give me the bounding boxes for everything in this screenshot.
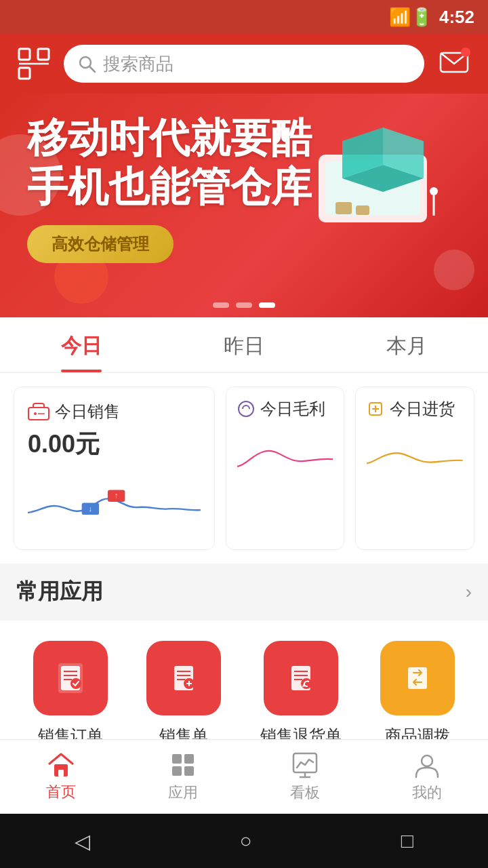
sales-value: 0.00元: [28, 428, 201, 461]
banner-text: 移动时代就要酷 手机也能管仓库 高效仓储管理: [27, 114, 312, 263]
app-item-transfer[interactable]: 商品调拨: [380, 641, 455, 747]
search-placeholder: 搜索商品: [103, 52, 174, 76]
scan-button[interactable]: [14, 43, 54, 84]
search-box[interactable]: 搜索商品: [64, 45, 424, 83]
svg-rect-12: [336, 202, 352, 214]
home-button[interactable]: ○: [239, 829, 251, 852]
transfer-icon: [380, 641, 455, 715]
svg-point-32: [70, 678, 81, 689]
system-nav: ◁ ○ □: [0, 814, 488, 868]
svg-point-55: [422, 755, 432, 766]
margin-label: 今日毛利: [237, 398, 333, 420]
clock: 4:52: [439, 7, 474, 28]
svg-rect-0: [19, 49, 30, 60]
svg-rect-47: [58, 770, 64, 776]
home-icon: [47, 752, 75, 778]
svg-point-15: [430, 187, 438, 195]
sales-label: 今日销售: [28, 401, 201, 422]
common-apps-header: 常用应用 ›: [0, 564, 488, 620]
sales-order-icon: [33, 641, 108, 715]
apps-icon: [169, 751, 197, 778]
svg-line-5: [89, 66, 95, 72]
dot-3: [259, 302, 275, 308]
banner: 移动时代就要酷 手机也能管仓库 高效仓储管理: [0, 94, 488, 317]
svg-rect-51: [184, 766, 194, 776]
period-tabs: 今日 昨日 本月: [0, 317, 488, 373]
svg-text:↑: ↑: [115, 491, 119, 499]
battery-icon: 🔋: [411, 7, 432, 28]
svg-rect-13: [356, 205, 369, 215]
svg-point-23: [239, 401, 253, 416]
banner-dots: [213, 302, 275, 308]
sales-chart: ↓ ↑: [28, 468, 201, 536]
purchase-label: 今日进货: [367, 398, 463, 420]
common-apps-arrow[interactable]: ›: [466, 581, 472, 603]
nav-apps[interactable]: 应用: [122, 740, 244, 814]
status-bar: 📶 🔋 4:52: [0, 0, 488, 34]
dot-1: [213, 302, 229, 308]
nav-board-label: 看板: [290, 783, 320, 803]
nav-apps-label: 应用: [168, 783, 198, 803]
top-bar: 搜索商品: [0, 34, 488, 94]
stat-card-purchase: 今日进货: [355, 387, 474, 550]
svg-point-44: [301, 678, 312, 689]
return-icon: [264, 641, 338, 715]
sales-icon: [146, 641, 221, 715]
app-item-return[interactable]: 销售退货单: [260, 641, 342, 747]
svg-rect-50: [172, 766, 182, 776]
banner-title-line2: 手机也能管仓库: [27, 163, 312, 212]
stats-section: 今日销售 0.00元 ↓ ↑ 今日毛利: [0, 373, 488, 564]
board-icon: [291, 751, 319, 778]
svg-rect-1: [38, 49, 49, 60]
nav-board[interactable]: 看板: [244, 740, 366, 814]
svg-point-17: [34, 412, 37, 415]
stat-card-margin: 今日毛利: [226, 387, 345, 550]
bottom-nav: 首页 应用 看板: [0, 739, 488, 814]
nav-profile[interactable]: 我的: [366, 740, 488, 814]
app-item-sales-order[interactable]: 销售订单: [33, 641, 108, 747]
signal-icon: 📶: [389, 7, 411, 28]
nav-profile-label: 我的: [412, 783, 442, 803]
nav-home-label: 首页: [46, 782, 76, 802]
message-button[interactable]: [434, 43, 474, 84]
stat-card-sales: 今日销售 0.00元 ↓ ↑: [14, 387, 215, 550]
svg-rect-45: [408, 667, 427, 689]
svg-rect-49: [184, 754, 194, 764]
recent-button[interactable]: □: [401, 829, 413, 852]
purchase-chart: [367, 427, 463, 494]
svg-rect-48: [172, 754, 182, 764]
user-icon: [413, 751, 441, 778]
tab-today[interactable]: 今日: [0, 317, 163, 372]
tab-month[interactable]: 本月: [325, 317, 488, 372]
tab-yesterday[interactable]: 昨日: [163, 317, 325, 372]
banner-title-line1: 移动时代就要酷: [27, 114, 312, 163]
app-item-sales[interactable]: 销售单: [146, 641, 221, 747]
message-badge: [461, 47, 470, 57]
dot-2: [236, 302, 252, 308]
nav-home[interactable]: 首页: [0, 740, 122, 814]
svg-text:↓: ↓: [89, 505, 93, 513]
common-apps-title: 常用应用: [16, 577, 103, 607]
banner-button[interactable]: 高效仓储管理: [27, 225, 174, 263]
svg-rect-2: [19, 68, 30, 79]
margin-chart: [237, 427, 333, 494]
back-button[interactable]: ◁: [75, 829, 90, 853]
